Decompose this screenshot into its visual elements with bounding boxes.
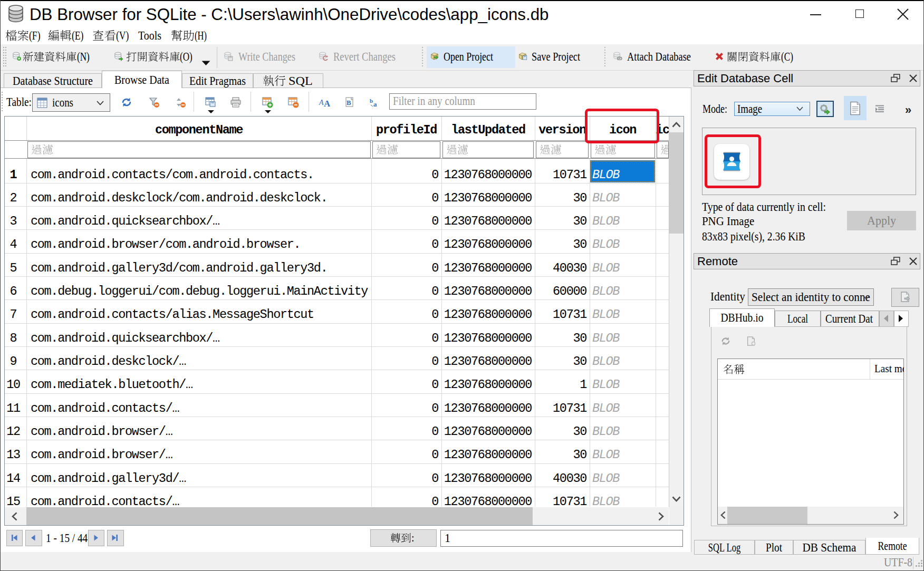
- svg-text:B: B: [346, 99, 351, 107]
- svg-text:b: b: [370, 98, 373, 104]
- svg-text:a: a: [373, 100, 377, 108]
- svg-text:A: A: [324, 99, 330, 108]
- svg-text:A: A: [319, 99, 324, 107]
